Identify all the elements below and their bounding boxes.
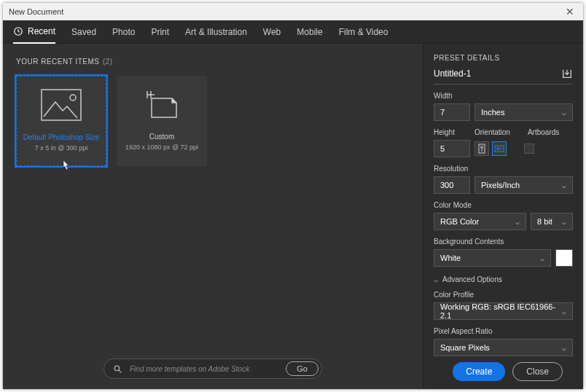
stock-search[interactable]: Find more templates on Adobe Stock Go (103, 358, 322, 379)
orientation-label: Orientation (474, 128, 510, 136)
tab-film-video[interactable]: Film & Video (339, 20, 388, 44)
recent-items-label: YOUR RECENT ITEMS (16, 58, 99, 66)
new-document-dialog: New Document ✕ Recent Saved Photo Print … (3, 3, 583, 389)
search-icon (113, 364, 122, 374)
unit-select[interactable]: Inches ⌵ (474, 103, 573, 121)
chevron-down-icon: ⌵ (562, 181, 566, 189)
height-input[interactable]: 5 (434, 140, 470, 157)
advanced-options-toggle[interactable]: ⌵ Advanced Options (434, 275, 573, 283)
go-button[interactable]: Go (286, 361, 319, 376)
chevron-down-icon: ⌵ (562, 109, 566, 117)
chevron-down-icon: ⌵ (434, 275, 438, 283)
preset-custom[interactable]: Custom 1920 x 1080 px @ 72 ppi (117, 76, 207, 166)
tab-print[interactable]: Print (151, 20, 169, 44)
tab-web[interactable]: Web (263, 20, 281, 44)
tab-photo[interactable]: Photo (112, 20, 135, 44)
resolution-unit-select[interactable]: Pixels/Inch ⌵ (474, 176, 573, 194)
tab-recent[interactable]: Recent (13, 20, 55, 44)
tab-art-illustration[interactable]: Art & Illustration (185, 20, 247, 44)
svg-point-2 (70, 95, 76, 101)
tab-saved[interactable]: Saved (71, 20, 96, 44)
background-contents-label: Background Contents (434, 238, 573, 246)
image-icon (41, 87, 82, 123)
color-profile-select[interactable]: Working RGB: sRGB IEC61966-2.1 ⌵ (434, 302, 573, 320)
recent-items-count: (2) (103, 58, 113, 66)
close-icon[interactable]: ✕ (563, 6, 577, 17)
svg-point-3 (114, 366, 120, 371)
width-label: Width (434, 92, 573, 100)
custom-preset-icon (141, 86, 182, 122)
preset-name: Default Photoshop Size (23, 133, 100, 141)
pixel-aspect-ratio-select[interactable]: Square Pixels ⌵ (434, 339, 573, 356)
preset-default-photoshop-size[interactable]: Default Photoshop Size 7 x 5 in @ 300 pp… (16, 76, 106, 166)
color-mode-select[interactable]: RGB Color ⌵ (434, 213, 526, 230)
clock-icon (13, 26, 23, 36)
width-input[interactable]: 7 (434, 103, 470, 121)
tab-mobile[interactable]: Mobile (297, 20, 322, 44)
close-button[interactable]: Close (512, 362, 563, 381)
preset-details-header: PRESET DETAILS (434, 54, 573, 62)
preset-detail: 1920 x 1080 px @ 72 ppi (125, 144, 198, 151)
category-tabs: Recent Saved Photo Print Art & Illustrat… (3, 20, 583, 44)
chevron-down-icon: ⌵ (562, 218, 566, 226)
document-name-input[interactable]: Untitled-1 (434, 68, 471, 79)
resolution-label: Resolution (434, 165, 573, 173)
artboards-checkbox[interactable] (524, 144, 534, 154)
color-profile-label: Color Profile (434, 291, 573, 299)
chevron-down-icon: ⌵ (515, 218, 520, 226)
titlebar: New Document ✕ (3, 3, 583, 20)
height-label: Height (434, 128, 470, 136)
preset-name: Custom (149, 133, 174, 141)
window-title: New Document (9, 7, 63, 16)
search-placeholder: Find more templates on Adobe Stock (130, 365, 278, 373)
preset-details-panel: PRESET DETAILS Untitled-1 Width 7 Inches… (423, 44, 583, 389)
orientation-portrait-button[interactable] (474, 141, 489, 156)
chevron-down-icon: ⌵ (562, 307, 566, 315)
artboards-label: Artboards (528, 128, 559, 136)
pixel-aspect-ratio-label: Pixel Aspect Ratio (434, 327, 573, 335)
preset-detail: 7 x 5 in @ 300 ppi (35, 144, 88, 152)
orientation-landscape-button[interactable] (492, 141, 507, 156)
background-color-swatch[interactable] (555, 249, 573, 267)
bit-depth-select[interactable]: 8 bit ⌵ (531, 213, 573, 230)
chevron-down-icon: ⌵ (562, 344, 566, 352)
recent-panel: YOUR RECENT ITEMS (2) Default Photoshop … (3, 44, 423, 389)
save-preset-icon[interactable] (561, 68, 573, 79)
resolution-input[interactable]: 300 (434, 176, 470, 194)
color-mode-label: Color Mode (434, 201, 573, 209)
create-button[interactable]: Create (453, 362, 505, 381)
chevron-down-icon: ⌵ (540, 254, 544, 262)
background-contents-select[interactable]: White ⌵ (434, 249, 551, 267)
